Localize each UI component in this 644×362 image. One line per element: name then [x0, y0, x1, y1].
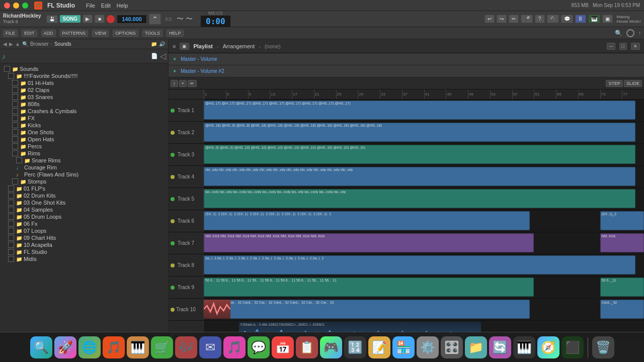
track-6-content[interactable]: (SX..1)_2 (SX..1)_2 (SX..1)_2 (SX..1)_2 …: [204, 210, 644, 232]
tree-item-percs[interactable]: 📁 Percs: [0, 143, 168, 150]
menu-tools-btn[interactable]: TOOLS: [142, 30, 163, 37]
clip[interactable]: 56 6.._11: [600, 278, 645, 297]
dock-chrome[interactable]: 🌐: [78, 336, 101, 358]
snares-checkbox[interactable]: [12, 94, 18, 100]
menu-file[interactable]: File: [86, 3, 95, 9]
tree-item-courage-rim[interactable]: ♩ Courage Rim: [0, 164, 168, 171]
dock-finder[interactable]: 🔍: [30, 336, 52, 358]
crashes-checkbox[interactable]: [12, 108, 18, 114]
browser-search-icon[interactable]: 🔍: [22, 41, 28, 47]
dock-appstore[interactable]: 🏪: [392, 336, 415, 358]
dock-ebay[interactable]: 🛒: [151, 336, 173, 358]
nav-back[interactable]: ◀: [3, 41, 7, 47]
playlist-menu[interactable]: ▣: [180, 43, 189, 50]
dock-itunes[interactable]: 🎵: [223, 336, 246, 358]
song-mode-button[interactable]: SONG: [60, 15, 80, 23]
plugin-button[interactable]: 🔌: [547, 15, 559, 23]
redo-button[interactable]: ↪: [497, 15, 507, 23]
tree-item-04samples[interactable]: 📁 04 Samples: [0, 206, 168, 213]
tree-item-fx[interactable]: 📁 FX: [0, 115, 168, 122]
nav-forward[interactable]: ▶: [9, 41, 13, 47]
search-icon[interactable]: 🔍: [615, 30, 622, 37]
folder-icon[interactable]: 📁: [151, 41, 157, 47]
track-3-content[interactable]: @HS..0) @HS..0) @HS..10) @HS..10) @HS..1…: [204, 144, 644, 165]
favorites-checkbox[interactable]: [8, 73, 14, 79]
tree-item-05drum-loops[interactable]: 📁 05 Drum Loops: [0, 213, 168, 220]
mixer-button[interactable]: 🎚: [575, 15, 586, 23]
clip[interactable]: clic..xdy clic..xdy clic..xdy clic..xdy …: [204, 167, 635, 186]
midis-checkbox[interactable]: [8, 256, 14, 262]
help-button[interactable]: ?: [535, 15, 545, 23]
tree-item-03one-shot-kits[interactable]: 📁 03 One Shot Kits: [0, 199, 168, 206]
undo-button[interactable]: ↩: [485, 15, 495, 23]
dock-calendar[interactable]: 📅: [272, 336, 294, 358]
tracks-container[interactable]: Track 1 @HS..17) @H..17) @HS..17) @HS..1…: [169, 100, 644, 342]
dock-midi[interactable]: 🎹: [513, 336, 535, 358]
menu-help-btn[interactable]: HELP: [167, 30, 184, 37]
clip[interactable]: @HS..0) @HS..0) @HS..10) @HS..10) @HS..1…: [204, 145, 635, 164]
track-5-content[interactable]: las..cxdy las..xdy las..cxdy las..cxdy l…: [204, 188, 644, 210]
minimize-playlist[interactable]: ─: [607, 43, 615, 50]
tree-item-claps[interactable]: 📁 02 Claps: [0, 86, 168, 94]
chat-button[interactable]: 💬: [561, 15, 573, 23]
hihats-checkbox[interactable]: [12, 80, 18, 86]
stop-button[interactable]: ■: [95, 15, 105, 23]
track-9-content[interactable]: 56 6.._11 56 6.._11 56 6.._11 56.._11 56…: [204, 277, 644, 298]
dock-safari[interactable]: 🧭: [537, 336, 559, 358]
tree-item-snares[interactable]: 📁 03 Snares: [0, 94, 168, 101]
tree-item-09chart-hits[interactable]: 📁 09 Chart Hits: [0, 234, 168, 241]
menu-edit[interactable]: Edit: [101, 3, 111, 9]
01flps-checkbox[interactable]: [8, 186, 14, 192]
tree-item-01flps[interactable]: 📁 01 FLP's: [0, 185, 168, 192]
dock-mp3[interactable]: 🎶: [175, 336, 197, 358]
bpm-display[interactable]: 140.000: [117, 15, 147, 24]
dock-migration[interactable]: 🔄: [489, 336, 511, 358]
dock-messages[interactable]: 💬: [248, 336, 270, 358]
volume-icon[interactable]: ◁: [160, 51, 166, 61]
clip[interactable]: 56 6.._11 56 6.._11 56 6.._11 56.._11 56…: [204, 278, 534, 297]
claps-checkbox[interactable]: [12, 87, 18, 93]
save-button[interactable]: 💾: [46, 15, 58, 23]
10acapella-checkbox[interactable]: [8, 242, 14, 248]
menu-view-btn[interactable]: VIEW: [92, 30, 109, 37]
dock-clips[interactable]: 📋: [296, 336, 318, 358]
piano-button[interactable]: 🎹: [588, 15, 600, 23]
tree-item-06fx[interactable]: 📁 06 Fx: [0, 220, 168, 227]
clip[interactable]: (SX..1)_2: [600, 211, 645, 230]
track-4-content[interactable]: clic..xdy clic..xdy clic..xdy clic..xdy …: [204, 166, 644, 188]
clip[interactable]: Car.._32 Car.._32 Card.._32 Car.._32 Car…: [213, 300, 530, 319]
tree-item-808s[interactable]: 📁 808s: [0, 101, 168, 108]
clip[interactable]: NM..Kick NM..Kick NM..Kick NM..Kick NM..…: [204, 233, 534, 252]
tree-item-perc-flaws[interactable]: ♪ Perc (Flaws And Sins): [0, 171, 168, 178]
dock-fl-studio[interactable]: 🎵: [103, 336, 125, 358]
04samples-checkbox[interactable]: [8, 207, 14, 213]
oneshots-checkbox[interactable]: [12, 129, 18, 135]
dock-gamecenter[interactable]: 🎮: [320, 336, 342, 358]
tree-item-hihats[interactable]: 📁 01 Hi-Hats: [0, 79, 168, 86]
toolbar-pencil[interactable]: ✏: [188, 80, 197, 87]
mic-button[interactable]: 🎤: [521, 15, 533, 23]
file-icon[interactable]: 📄: [151, 53, 158, 59]
05drum-loops-checkbox[interactable]: [8, 214, 14, 220]
clip[interactable]: NM..Kick: [600, 233, 645, 252]
dock-ni[interactable]: 🎹: [127, 336, 149, 358]
09chart-hits-checkbox[interactable]: [8, 235, 14, 241]
clip[interactable]: @HS..17) @H..17) @HS..17) @HS..17) @HS..…: [204, 101, 635, 120]
menu-options-btn[interactable]: OPTIONS: [113, 30, 138, 37]
fl-studio-checkbox[interactable]: [8, 249, 14, 255]
dock-finder2[interactable]: 📁: [465, 336, 487, 358]
tree-item-favorites[interactable]: 📁 !!!!Favorite Sounds!!!!!: [0, 72, 168, 79]
waveform-clip[interactable]: [204, 300, 230, 319]
toolbar-slide[interactable]: SLIDE: [624, 80, 642, 87]
clip[interactable]: Card.._32: [600, 300, 645, 319]
stomps-checkbox[interactable]: [12, 178, 18, 185]
toolbar-select[interactable]: ↕: [171, 80, 178, 87]
tree-item-openhats[interactable]: 📁 Open Hats: [0, 136, 168, 143]
tree-item-rims[interactable]: 📁 Rims: [0, 150, 168, 157]
dock-calculator[interactable]: 🔢: [344, 336, 366, 358]
maximize-playlist[interactable]: □: [619, 43, 627, 50]
snare-rims-checkbox[interactable]: [16, 157, 22, 163]
record-button[interactable]: [107, 15, 115, 23]
percs-checkbox[interactable]: [12, 143, 18, 149]
tree-item-07loops[interactable]: 📁 07 Loops: [0, 227, 168, 234]
